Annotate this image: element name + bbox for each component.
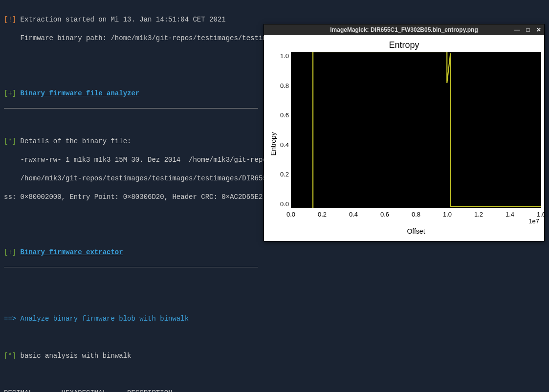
maximize-icon[interactable]: □ — [524, 25, 532, 34]
extraction-start-line: Extraction started on Mi 13. Jan 14:51:0… — [21, 16, 226, 23]
binwalk-header-1: DECIMAL HEXADECIMAL DESCRIPTION — [4, 389, 545, 392]
section-rule — [4, 267, 258, 267]
window-titlebar[interactable]: ImageMagick: DIR655C1_FW302B05.bin_entro… — [264, 24, 544, 35]
section-extractor: Binary firmware extractor — [21, 248, 123, 256]
chart-ylabel: Entropy — [267, 52, 280, 236]
chart-plot-area — [291, 52, 541, 208]
chart-xaxis: 0.00.20.40.60.81.01.21.41.6 — [291, 208, 541, 217]
section-rule — [4, 108, 258, 109]
chart-title: Entropy — [267, 37, 541, 52]
details-line: Details of the binary file: — [21, 137, 132, 145]
close-icon[interactable]: ✕ — [534, 25, 543, 34]
chart-xlabel: Offset — [291, 226, 541, 236]
imagemagick-window[interactable]: ImageMagick: DIR655C1_FW302B05.bin_entro… — [264, 24, 545, 241]
chart-yaxis: 1.0 0.8 0.6 0.4 0.2 0.0 — [280, 52, 291, 208]
marker-star: [*] — [4, 352, 21, 360]
window-title: ImageMagick: DIR655C1_FW302B05.bin_entro… — [330, 26, 478, 34]
marker-star: [*] — [4, 137, 21, 145]
minimize-icon[interactable]: — — [513, 25, 522, 34]
entropy-chart: Entropy Entropy 1.0 0.8 0.6 0.4 0.2 0.0 … — [264, 35, 544, 241]
analyze-blob-line: Analyze binary firmware blob with binwal… — [21, 315, 189, 323]
section-file-analyzer: Binary firmware file analyzer — [21, 89, 140, 97]
marker-plus: [+] — [4, 248, 21, 256]
basic-analysis-line: basic analysis with binwalk — [21, 352, 132, 360]
arrow-marker: ==> — [4, 315, 21, 323]
marker-plus: [+] — [4, 89, 21, 97]
marker-warn: [!] — [4, 16, 21, 23]
